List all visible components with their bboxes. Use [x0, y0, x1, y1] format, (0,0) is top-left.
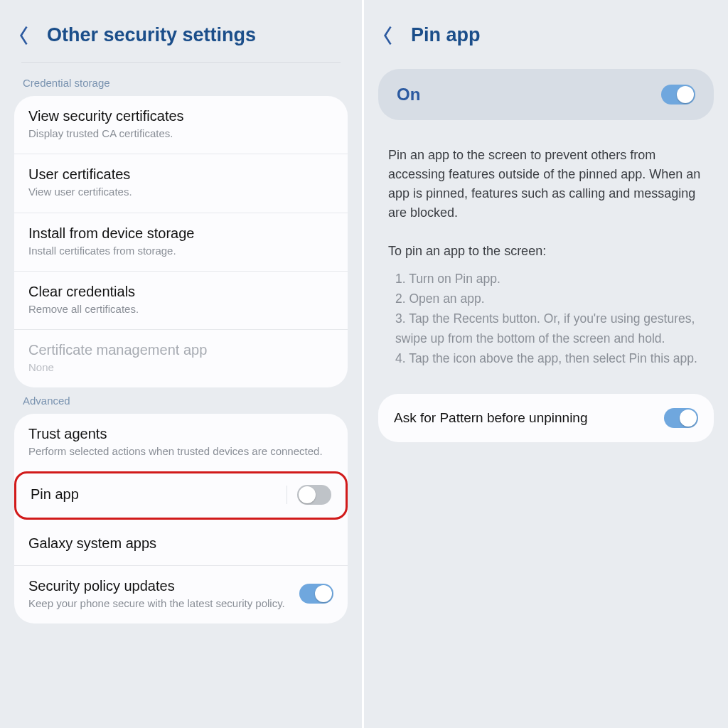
toggle-ask-for-pattern[interactable] [664, 408, 698, 428]
description-text: Pin an app to the screen to prevent othe… [388, 146, 704, 223]
back-icon[interactable] [14, 26, 34, 46]
row-sub: Keep your phone secure with the latest s… [28, 596, 289, 611]
toggle-pin-app-master[interactable] [661, 85, 695, 105]
advanced-card: Trust agents Perform selected actions wh… [14, 414, 348, 623]
row-title: User certificates [28, 166, 333, 183]
row-sub: Perform selected actions when trusted de… [28, 444, 333, 459]
screen-pin-app: Pin app On Pin an app to the screen to p… [364, 0, 728, 728]
back-icon[interactable] [378, 26, 398, 46]
divider [21, 62, 341, 63]
row-clear-credentials[interactable]: Clear credentials Remove all certificate… [14, 271, 348, 329]
row-title: Clear credentials [28, 283, 333, 301]
row-sub: Install certificates from storage. [28, 244, 333, 258]
row-title: Certificate management app [28, 341, 333, 359]
pin-app-master-toggle[interactable]: On [378, 69, 714, 120]
screen-other-security-settings: Other security settings Credential stora… [0, 0, 364, 728]
step-item: 3. Tap the Recents button. Or, if you're… [395, 309, 704, 348]
row-install-from-device-storage[interactable]: Install from device storage Install cert… [14, 213, 348, 271]
row-title: View security certificates [28, 107, 333, 125]
row-user-certificates[interactable]: User certificates View user certificates… [14, 154, 348, 212]
toggle-security-policy[interactable] [299, 584, 333, 604]
steps-list: 1. Turn on Pin app. 2. Open an app. 3. T… [395, 269, 704, 368]
step-item: 1. Turn on Pin app. [395, 269, 704, 289]
row-sub: View user certificates. [28, 185, 333, 199]
row-title: Ask for Pattern before unpinning [394, 410, 588, 426]
row-ask-for-pattern[interactable]: Ask for Pattern before unpinning [378, 394, 714, 442]
row-title: Galaxy system apps [28, 535, 333, 552]
row-sub: Display trusted CA certificates. [28, 127, 333, 141]
row-sub: None [28, 360, 333, 375]
row-security-policy-updates[interactable]: Security policy updates Keep your phone … [14, 565, 348, 623]
step-item: 2. Open an app. [395, 289, 704, 309]
highlight-pin-app: Pin app [14, 471, 348, 520]
row-galaxy-system-apps[interactable]: Galaxy system apps [14, 519, 348, 565]
toggle-pin-app[interactable] [297, 485, 331, 505]
row-pin-app[interactable]: Pin app [16, 473, 346, 518]
section-advanced: Advanced [14, 387, 348, 414]
row-sub: Remove all certificates. [28, 302, 333, 316]
on-label: On [397, 85, 420, 105]
page-title: Pin app [411, 24, 481, 46]
description-block: Pin an app to the screen to prevent othe… [378, 120, 714, 374]
row-trust-agents[interactable]: Trust agents Perform selected actions wh… [14, 414, 348, 471]
header: Other security settings [14, 18, 348, 62]
row-title: Trust agents [28, 425, 333, 443]
divider [287, 486, 287, 504]
header: Pin app [378, 18, 714, 65]
row-title: Pin app [31, 486, 277, 503]
section-credential-storage: Credential storage [14, 70, 348, 96]
row-view-security-certificates[interactable]: View security certificates Display trust… [14, 96, 348, 154]
steps-heading: To pin an app to the screen: [388, 244, 704, 259]
credential-storage-card: View security certificates Display trust… [14, 96, 348, 387]
row-title: Security policy updates [28, 577, 289, 595]
row-certificate-management-app[interactable]: Certificate management app None [14, 329, 348, 387]
page-title: Other security settings [47, 24, 256, 46]
step-item: 4. Tap the icon above the app, then sele… [395, 348, 704, 368]
row-title: Install from device storage [28, 225, 333, 242]
